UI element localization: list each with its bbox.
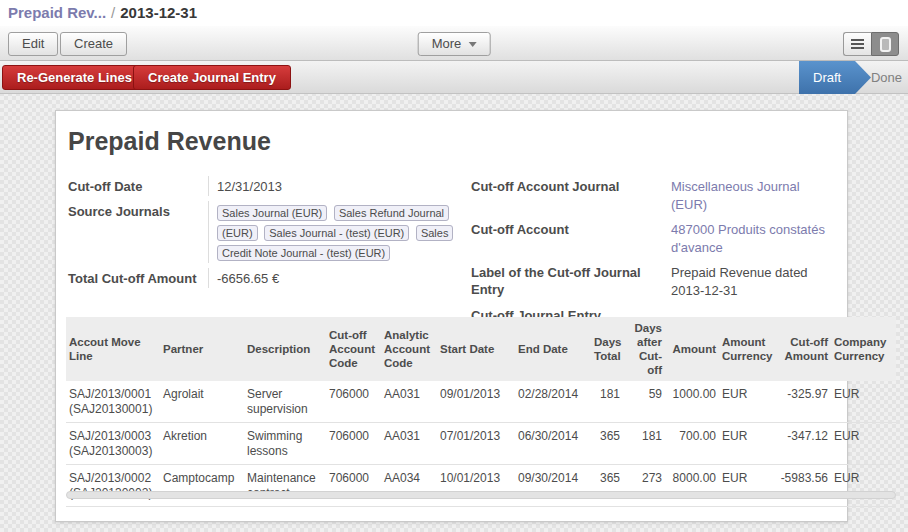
form-sheet: Prepaid Revenue Cut-off Date 12/31/2013 … — [55, 110, 848, 522]
cell-days-after-cutoff: 59 — [623, 381, 665, 423]
breadcrumb-separator: / — [111, 4, 115, 21]
total-cutoff-label: Total Cut-off Amount — [68, 268, 208, 288]
breadcrumb: Prepaid Rev.../2013-12-31 — [0, 0, 908, 26]
cell-analytic-account-code: AA034 — [381, 465, 437, 507]
col-company-currency: Company Currency — [831, 317, 896, 381]
cutoff-account-journal-link[interactable]: Miscellaneous Journal (EUR) — [671, 176, 837, 214]
cutoff-account-journal-label: Cut-off Account Journal — [471, 176, 671, 214]
cell-days-total: 365 — [591, 465, 623, 507]
cell-description: Maintenance contract — [244, 465, 326, 507]
more-button[interactable]: More — [418, 32, 491, 56]
app-window: Prepaid Rev.../2013-12-31 Edit Create Mo… — [0, 0, 908, 532]
cell-move-line: SAJ/2013/0002 (SAJ20130002) — [66, 465, 160, 507]
total-cutoff-value: -6656.65 € — [208, 268, 471, 288]
field-column-left: Cut-off Date 12/31/2013 Source Journals … — [68, 176, 471, 329]
horizontal-scrollbar[interactable] — [66, 491, 896, 499]
field-cutoff-account: Cut-off Account 487000 Produits constaté… — [471, 219, 837, 257]
regenerate-lines-button[interactable]: Re-Generate Lines — [2, 65, 147, 90]
state-draft-badge[interactable]: Draft — [799, 61, 871, 94]
table-row[interactable]: SAJ/2013/0003 (SAJ20130003) Akretion Swi… — [66, 423, 896, 465]
list-view-button[interactable] — [843, 32, 871, 56]
cell-partner: Camptocamp — [160, 465, 244, 507]
cell-end-date: 02/28/2014 — [515, 381, 591, 423]
cell-end-date: 09/30/2014 — [515, 465, 591, 507]
cutoff-account-link[interactable]: 487000 Produits constatés d'avance — [671, 219, 837, 257]
cutoff-lines-table: Accout Move Line Partner Description Cut… — [66, 317, 896, 507]
cell-cutoff-amount: -347.12 — [777, 423, 831, 465]
list-view-icon — [851, 39, 864, 49]
field-cutoff-date: Cut-off Date 12/31/2013 — [68, 176, 471, 196]
cell-cutoff-amount: -5983.56 — [777, 465, 831, 507]
cell-start-date: 07/01/2013 — [437, 423, 515, 465]
cell-partner: Agrolait — [160, 381, 244, 423]
cell-amount-currency: EUR — [719, 381, 777, 423]
cell-description: Swimming lessons — [244, 423, 326, 465]
cell-partner: Akretion — [160, 423, 244, 465]
entry-label-label: Label of the Cut-off Journal Entry — [471, 262, 671, 300]
page-title: Prepaid Revenue — [68, 127, 847, 156]
cell-days-after-cutoff: 181 — [623, 423, 665, 465]
col-end-date: End Date — [515, 317, 591, 381]
col-days-after-cutoff: Days after Cut-off — [623, 317, 665, 381]
form-view-icon — [880, 37, 891, 52]
cell-days-after-cutoff: 273 — [623, 465, 665, 507]
cell-amount-currency: EUR — [719, 465, 777, 507]
field-source-journals: Source Journals Sales Journal (EUR) Sale… — [68, 201, 471, 263]
field-cutoff-account-journal: Cut-off Account Journal Miscellaneous Jo… — [471, 176, 837, 214]
table-row[interactable]: SAJ/2013/0002 (SAJ20130002) Camptocamp M… — [66, 465, 896, 507]
view-switcher — [843, 32, 899, 56]
state-done-badge[interactable]: Done — [871, 61, 902, 94]
breadcrumb-parent-link[interactable]: Prepaid Rev... — [8, 4, 106, 21]
field-entry-label: Label of the Cut-off Journal Entry Prepa… — [471, 262, 837, 300]
cell-move-line: SAJ/2013/0001 (SAJ20130001) — [66, 381, 160, 423]
more-button-label: More — [432, 36, 462, 51]
cell-cutoff-account-code: 706000 — [326, 381, 381, 423]
col-cutoff-amount: Cut-off Amount — [777, 317, 831, 381]
col-start-date: Start Date — [437, 317, 515, 381]
cell-amount: 1000.00 — [665, 381, 719, 423]
table-row[interactable]: SAJ/2013/0001 (SAJ20130001) Agrolait Ser… — [66, 381, 896, 423]
source-journals-label: Source Journals — [68, 201, 208, 263]
col-account-move-line: Accout Move Line — [66, 317, 160, 381]
table-header: Accout Move Line Partner Description Cut… — [66, 317, 896, 381]
field-grid: Cut-off Date 12/31/2013 Source Journals … — [56, 176, 847, 329]
col-analytic-account-code: Analytic Account Code — [381, 317, 437, 381]
col-description: Description — [244, 317, 326, 381]
field-total-cutoff: Total Cut-off Amount -6656.65 € — [68, 268, 471, 288]
cell-start-date: 10/01/2013 — [437, 465, 515, 507]
journal-tag: Sales Journal (EUR) — [217, 205, 327, 221]
cell-amount: 700.00 — [665, 423, 719, 465]
source-journals-tags: Sales Journal (EUR) Sales Refund Journal… — [208, 201, 458, 263]
status-bar: Re-Generate Lines Create Journal Entry D… — [0, 61, 908, 94]
cell-description: Server supervision — [244, 381, 326, 423]
caret-down-icon — [468, 42, 476, 47]
cell-days-total: 181 — [591, 381, 623, 423]
col-days-total: Days Total — [591, 317, 623, 381]
cell-start-date: 09/01/2013 — [437, 381, 515, 423]
cell-analytic-account-code: AA031 — [381, 423, 437, 465]
cell-move-line: SAJ/2013/0003 (SAJ20130003) — [66, 423, 160, 465]
create-journal-entry-button[interactable]: Create Journal Entry — [133, 65, 291, 90]
cutoff-date-value: 12/31/2013 — [208, 176, 471, 196]
col-amount-currency: Amount Currency — [719, 317, 777, 381]
cell-analytic-account-code: AA031 — [381, 381, 437, 423]
cutoff-account-label: Cut-off Account — [471, 219, 671, 257]
edit-button[interactable]: Edit — [8, 32, 58, 56]
cell-cutoff-account-code: 706000 — [326, 423, 381, 465]
cutoff-date-label: Cut-off Date — [68, 176, 208, 196]
cell-cutoff-account-code: 706000 — [326, 465, 381, 507]
form-view-button[interactable] — [871, 32, 899, 56]
cell-company-currency: EUR — [831, 381, 896, 423]
cell-days-total: 365 — [591, 423, 623, 465]
cell-amount-currency: EUR — [719, 423, 777, 465]
journal-tag: Sales Journal - (test) (EUR) — [264, 225, 409, 241]
toolbar: Edit Create More — [0, 26, 908, 61]
create-button[interactable]: Create — [60, 32, 127, 56]
cell-cutoff-amount: -325.97 — [777, 381, 831, 423]
cell-amount: 8000.00 — [665, 465, 719, 507]
entry-label-value: Prepaid Revenue dated 2013-12-31 — [671, 262, 837, 300]
col-partner: Partner — [160, 317, 244, 381]
cell-company-currency: EUR — [831, 465, 896, 507]
cell-end-date: 06/30/2014 — [515, 423, 591, 465]
cell-company-currency: EUR — [831, 423, 896, 465]
